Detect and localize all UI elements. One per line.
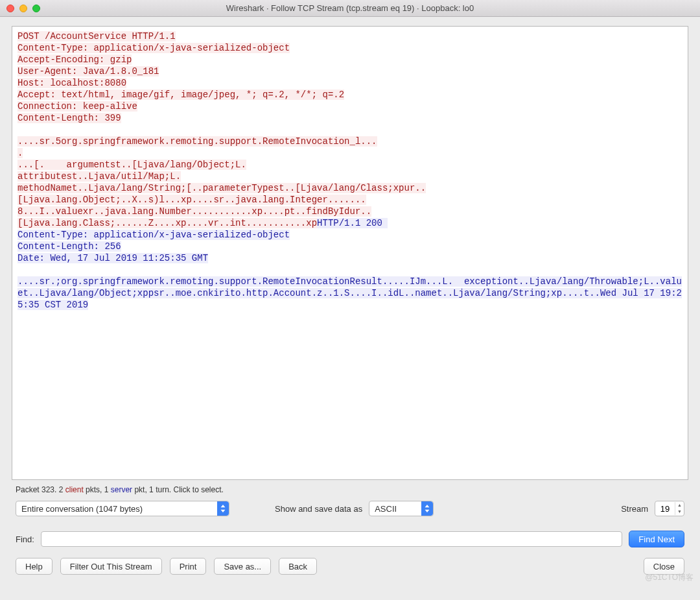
stream-request-text: POST /AccountService HTTP/1.1 Content-Ty… (18, 31, 426, 228)
show-save-label: Show and save data as (275, 504, 362, 514)
conversation-select-value: Entire conversation (1047 bytes) (21, 504, 143, 514)
conversation-select[interactable]: Entire conversation (1047 bytes) (16, 501, 229, 516)
status-mid: pkts, 1 (84, 485, 111, 494)
status-client-word: client (65, 485, 84, 494)
chevron-up-icon[interactable]: ▲ (675, 502, 684, 509)
watermark-text: @51CTO博客 (645, 572, 694, 583)
status-suffix: pkt, 1 turn. Click to select. (132, 485, 224, 494)
stream-content[interactable]: POST /AccountService HTTP/1.1 Content-Ty… (12, 26, 688, 480)
stream-number-stepper[interactable]: ▲ ▼ (655, 501, 684, 516)
stream-response-text: HTTP/1.1 200 Content-Type: application/x… (18, 218, 682, 310)
chevron-updown-icon (217, 501, 229, 516)
window-title: Wireshark · Follow TCP Stream (tcp.strea… (0, 3, 700, 13)
save-as-button[interactable]: Save as... (214, 558, 271, 575)
help-button[interactable]: Help (16, 558, 52, 575)
format-select-value: ASCII (375, 504, 397, 514)
chevron-down-icon[interactable]: ▼ (675, 509, 684, 515)
find-next-button[interactable]: Find Next (629, 531, 684, 547)
status-prefix: Packet 323. 2 (16, 485, 65, 494)
stepper-arrows[interactable]: ▲ ▼ (675, 502, 684, 515)
packet-status-line[interactable]: Packet 323. 2 client pkts, 1 server pkt,… (12, 480, 688, 498)
print-button[interactable]: Print (170, 558, 207, 575)
stream-number-input[interactable] (655, 503, 675, 514)
chevron-updown-icon (421, 501, 433, 516)
back-button[interactable]: Back (279, 558, 317, 575)
find-label: Find: (16, 534, 34, 544)
filter-out-button[interactable]: Filter Out This Stream (60, 558, 162, 575)
find-input[interactable] (41, 531, 622, 547)
status-server-word: server (111, 485, 132, 494)
format-select[interactable]: ASCII (369, 501, 434, 516)
stream-label: Stream (621, 504, 648, 514)
window-titlebar: Wireshark · Follow TCP Stream (tcp.strea… (0, 0, 700, 17)
